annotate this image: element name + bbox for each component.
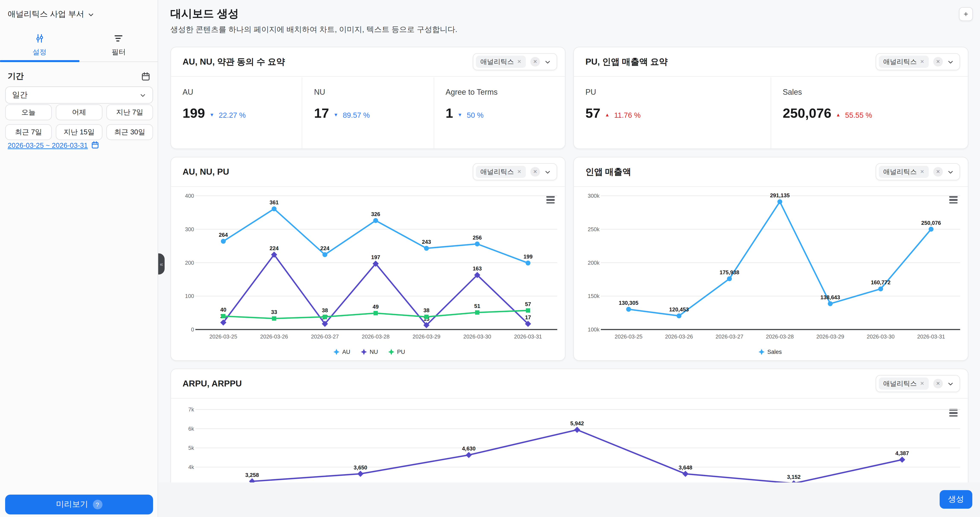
stat-value: 250,076 (783, 106, 831, 121)
card-header: PU, 인앱 매출액 요약 애널리틱스✕✕ (574, 48, 968, 77)
svg-text:199: 199 (523, 254, 533, 260)
svg-text:163: 163 (473, 266, 482, 271)
stat-sales: Sales250,076▲55.55 % (770, 78, 968, 148)
chart-card-inapp-sales: 인앱 매출액 애널리틱스✕✕ 100k150k200k250k300k2026-… (573, 157, 969, 361)
content-filter-select[interactable]: 애널리틱스✕✕ (875, 163, 960, 181)
calendar-icon[interactable] (91, 141, 99, 149)
generate-button[interactable]: 생성 (940, 490, 972, 509)
sidebar-collapse-handle[interactable]: « (158, 254, 165, 274)
clear-all-icon[interactable]: ✕ (933, 167, 943, 177)
svg-text:38: 38 (322, 307, 328, 313)
tab-settings-label: 설정 (32, 47, 46, 57)
svg-text:4,387: 4,387 (895, 450, 909, 456)
svg-text:300: 300 (185, 226, 194, 232)
svg-text:Sales: Sales (767, 349, 782, 355)
svg-text:57: 57 (525, 301, 531, 307)
svg-text:2026-03-25: 2026-03-25 (210, 333, 237, 339)
add-content-button[interactable] (959, 7, 973, 21)
svg-text:33: 33 (271, 309, 277, 315)
legend-item-pu[interactable]: PU (388, 349, 405, 355)
svg-text:3,258: 3,258 (245, 472, 259, 478)
svg-text:2026-03-27: 2026-03-27 (716, 333, 743, 339)
calendar-icon[interactable] (141, 72, 151, 81)
preview-button-label: 미리보기 (56, 499, 88, 510)
stat-change: 22.27 % (219, 111, 246, 119)
tab-filter[interactable]: 필터 (79, 28, 158, 62)
clear-all-icon[interactable]: ✕ (933, 379, 943, 389)
granularity-select[interactable]: 일간 (5, 86, 153, 104)
stat-value: 199 (183, 106, 205, 121)
card-title: AU, NU, 약관 동의 수 요약 (183, 56, 285, 68)
svg-text:160,772: 160,772 (871, 279, 891, 285)
clear-all-icon[interactable]: ✕ (530, 167, 540, 177)
svg-text:250,076: 250,076 (921, 220, 941, 226)
quick-range-button-6[interactable]: 최근 30일 (106, 124, 153, 140)
content-filter-select[interactable]: 애널리틱스✕✕ (473, 163, 557, 181)
main-area: 대시보드 생성 생성한 콘텐츠를 하나의 페이지에 배치하여 차트, 이미지, … (159, 0, 980, 517)
chevron-down-icon[interactable] (947, 169, 954, 175)
quick-range-button-1[interactable]: 오늘 (5, 104, 52, 120)
svg-text:0: 0 (191, 327, 194, 333)
card-title: AU, NU, PU (183, 167, 229, 177)
svg-text:2026-03-28: 2026-03-28 (766, 333, 794, 339)
chip-remove-icon[interactable]: ✕ (920, 381, 924, 387)
content-filter-select[interactable]: 애널리틱스✕✕ (875, 375, 960, 392)
trend-down-icon: ▼ (458, 112, 462, 118)
clear-all-icon[interactable]: ✕ (933, 57, 943, 67)
chip-remove-icon[interactable]: ✕ (517, 169, 521, 175)
tab-settings[interactable]: 설정 (0, 28, 79, 62)
preview-button[interactable]: 미리보기 ? (5, 495, 153, 514)
svg-text:2026-03-31: 2026-03-31 (514, 333, 542, 339)
chevron-down-icon[interactable] (544, 169, 551, 175)
line-chart-svg: 100k150k200k250k300k2026-03-252026-03-26… (582, 187, 961, 358)
svg-text:224: 224 (320, 245, 329, 251)
svg-text:200: 200 (185, 260, 194, 266)
svg-text:197: 197 (371, 254, 380, 260)
quick-range-button-5[interactable]: 지난 15일 (56, 124, 102, 140)
footer-bar: 생성 (159, 482, 980, 517)
date-range-row: 2026-03-25 ~ 2026-03-31 (8, 141, 99, 149)
trend-down-icon: ▼ (334, 112, 338, 118)
legend-item-nu[interactable]: NU (361, 349, 378, 355)
quick-range-button-4[interactable]: 최근 7일 (5, 124, 52, 140)
period-section-header: 기간 (8, 71, 151, 82)
quick-range-button-3[interactable]: 지난 7일 (106, 104, 153, 120)
clear-all-icon[interactable]: ✕ (530, 57, 540, 67)
svg-text:130,305: 130,305 (619, 300, 638, 306)
chevron-down-icon[interactable] (947, 59, 954, 65)
stat-value: 1 (445, 106, 453, 121)
chevron-down-icon[interactable] (947, 381, 954, 387)
svg-text:200k: 200k (588, 260, 600, 266)
content-filter-select[interactable]: 애널리틱스✕✕ (875, 53, 960, 70)
sidebar: 애널리틱스 사업 부서 설정 필터 기간 (0, 0, 158, 517)
svg-text:400: 400 (185, 193, 194, 199)
chip-remove-icon[interactable]: ✕ (920, 169, 924, 175)
filter-chip: 애널리틱스✕ (878, 56, 929, 68)
svg-text:291,135: 291,135 (770, 192, 789, 198)
svg-text:4k: 4k (188, 464, 194, 470)
svg-text:5k: 5k (188, 445, 194, 451)
date-range-link[interactable]: 2026-03-25 ~ 2026-03-31 (8, 141, 88, 149)
quick-range-button-2[interactable]: 어제 (56, 104, 102, 120)
svg-text:300k: 300k (588, 193, 600, 199)
filter-chip: 애널리틱스✕ (878, 377, 929, 390)
chip-remove-icon[interactable]: ✕ (517, 59, 521, 65)
stat-label: PU (585, 88, 770, 97)
content-filter-select[interactable]: 애널리틱스✕✕ (473, 53, 557, 70)
legend-item-au[interactable]: AU (334, 349, 350, 355)
svg-text:AU: AU (342, 349, 350, 355)
svg-text:PU: PU (397, 349, 405, 355)
svg-text:2026-03-25: 2026-03-25 (615, 333, 643, 339)
stat-label: Sales (783, 88, 968, 97)
svg-text:49: 49 (372, 304, 379, 310)
chevron-down-icon (88, 11, 94, 18)
org-selector[interactable]: 애널리틱스 사업 부서 (8, 9, 94, 20)
svg-text:2026-03-30: 2026-03-30 (867, 333, 895, 339)
line-chart: 100k150k200k250k300k2026-03-252026-03-26… (582, 187, 960, 360)
legend-item-sales[interactable]: Sales (759, 349, 782, 355)
svg-text:38: 38 (423, 307, 430, 313)
filter-chip: 애널리틱스✕ (476, 56, 526, 68)
chevron-down-icon[interactable] (544, 59, 551, 65)
chip-remove-icon[interactable]: ✕ (920, 59, 924, 65)
help-icon[interactable]: ? (93, 500, 102, 509)
